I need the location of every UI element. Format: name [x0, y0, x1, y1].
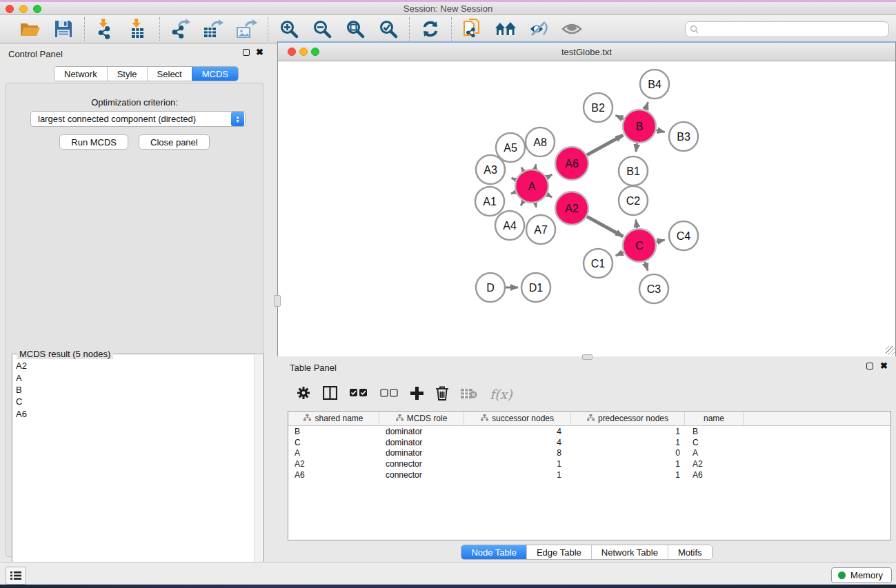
refresh-button[interactable]: [419, 19, 441, 39]
add-column-button[interactable]: [410, 387, 424, 403]
zoom-selected-button[interactable]: [377, 19, 399, 39]
column-header-MCDS-role[interactable]: MCDS role: [379, 412, 464, 425]
graph-node-C[interactable]: C: [623, 229, 656, 262]
graph-node-A6[interactable]: A6: [555, 147, 588, 180]
zoom-fit-button[interactable]: [344, 19, 366, 39]
graph-edge-A-A6[interactable]: [547, 174, 552, 177]
table-row[interactable]: A6connector11A6: [288, 469, 890, 480]
graph-node-A4[interactable]: A4: [495, 211, 524, 240]
column-header-successor-nodes[interactable]: successor nodes: [464, 412, 571, 425]
criterion-select[interactable]: largest connected component (directed) ▲…: [30, 111, 246, 127]
result-list-item[interactable]: B: [13, 384, 254, 396]
close-table-panel-icon[interactable]: ✖: [880, 363, 888, 369]
graph-node-C2[interactable]: C2: [619, 186, 648, 215]
task-history-button[interactable]: [6, 567, 26, 585]
network-canvas[interactable]: B4B2BB3A8A5A6A3B1AC2A1A2A4A7C4CC1DD1C3: [278, 61, 895, 356]
graph-node-B[interactable]: B: [623, 110, 656, 143]
graph-edge-A-A1[interactable]: [511, 192, 515, 193]
graph-node-A1[interactable]: A1: [475, 187, 504, 216]
export-network-button[interactable]: [170, 19, 192, 39]
table-row[interactable]: Bdominator41B: [288, 426, 890, 437]
deselect-all-button[interactable]: [380, 388, 398, 401]
result-list-item[interactable]: C: [13, 396, 254, 407]
table-row[interactable]: Cdominator41C: [288, 437, 890, 448]
graph-node-C3[interactable]: C3: [639, 274, 668, 303]
graph-edge-A-A3[interactable]: [512, 178, 516, 179]
close-panel-icon[interactable]: ✖: [256, 49, 263, 56]
open-file-button[interactable]: [19, 19, 41, 39]
graph-edge-A-A2[interactable]: [547, 194, 552, 197]
graph-node-A[interactable]: A: [515, 170, 548, 203]
tab-style[interactable]: Style: [107, 67, 147, 81]
graph-node-D1[interactable]: D1: [521, 273, 550, 302]
column-header-name[interactable]: name: [685, 412, 744, 425]
result-scrollbar[interactable]: [254, 355, 262, 588]
column-header-predecessor-nodes[interactable]: predecessor nodes: [571, 412, 685, 425]
tab-mcds[interactable]: MCDS: [192, 67, 238, 81]
tab-motifs[interactable]: Motifs: [668, 545, 712, 559]
graph-node-A3[interactable]: A3: [476, 155, 505, 184]
graph-edge-A-A5[interactable]: [521, 168, 524, 171]
memory-button[interactable]: Memory: [831, 567, 892, 583]
table-row[interactable]: A2connector11A2: [288, 458, 890, 469]
float-panel-icon[interactable]: [243, 49, 250, 56]
graph-edge-B-B1[interactable]: [636, 143, 637, 152]
graph-node-C1[interactable]: C1: [584, 249, 613, 278]
graph-edge-B-B2[interactable]: [616, 115, 624, 119]
delete-column-button[interactable]: [436, 386, 448, 403]
graph-node-B3[interactable]: B3: [669, 122, 698, 151]
graph-edge-B-B4[interactable]: [645, 102, 648, 110]
graph-edge-C-C3[interactable]: [645, 262, 648, 271]
graph-edge-A-A7[interactable]: [535, 203, 536, 207]
tab-node-table[interactable]: Node Table: [461, 545, 526, 559]
column-header-shared-name[interactable]: shared name: [288, 412, 379, 425]
result-list-item[interactable]: A2: [13, 360, 254, 372]
column-selector-button[interactable]: [323, 386, 337, 403]
show-eye-button[interactable]: [561, 19, 583, 39]
graph-edge-A6-B[interactable]: [587, 135, 623, 155]
graph-edge-C-C1[interactable]: [616, 252, 624, 256]
float-table-panel-icon[interactable]: [866, 363, 873, 369]
horizontal-splitter-handle[interactable]: [582, 354, 593, 360]
graph-edge-A2-C[interactable]: [587, 216, 623, 236]
cybrowser-button[interactable]: [495, 19, 517, 39]
select-all-button[interactable]: [350, 388, 368, 401]
tab-select[interactable]: Select: [147, 67, 192, 81]
graph-node-B2[interactable]: B2: [584, 93, 613, 122]
tab-edge-table[interactable]: Edge Table: [526, 545, 591, 559]
import-network-button[interactable]: [94, 19, 117, 39]
vertical-splitter-handle[interactable]: [274, 295, 281, 307]
graph-edge-C-C2[interactable]: [636, 220, 637, 229]
graph-node-D[interactable]: D: [476, 273, 505, 302]
zoom-in-button[interactable]: [278, 19, 300, 39]
hide-details-button[interactable]: [528, 19, 550, 39]
window-resize-grip[interactable]: [886, 346, 895, 355]
graph-edge-A-A8[interactable]: [535, 164, 536, 169]
graph-node-B1[interactable]: B1: [619, 156, 648, 185]
graph-node-A5[interactable]: A5: [496, 133, 525, 162]
search-input[interactable]: [699, 23, 888, 36]
graph-edge-C-C4[interactable]: [656, 240, 664, 242]
zoom-out-button[interactable]: [311, 19, 333, 39]
search-box[interactable]: [685, 21, 889, 37]
tab-network[interactable]: Network: [54, 67, 107, 81]
result-list-item[interactable]: A: [13, 372, 254, 383]
graph-node-B4[interactable]: B4: [640, 70, 669, 99]
import-table-button[interactable]: [128, 19, 150, 39]
graph-node-A2[interactable]: A2: [555, 192, 588, 225]
graph-edge-A-A4[interactable]: [521, 201, 524, 205]
run-mcds-button[interactable]: Run MCDS: [59, 134, 128, 150]
gear-button[interactable]: [297, 386, 310, 403]
export-table-button[interactable]: [203, 19, 225, 39]
table-row[interactable]: Adominator80A: [288, 447, 890, 458]
graph-edge-B-B3[interactable]: [656, 130, 664, 132]
clone-network-button[interactable]: [461, 19, 484, 39]
graph-node-A7[interactable]: A7: [526, 215, 555, 244]
graph-node-C4[interactable]: C4: [669, 221, 698, 250]
graph-node-A8[interactable]: A8: [526, 128, 555, 156]
network-window-titlebar[interactable]: testGlobe.txt: [278, 43, 895, 61]
result-list-item[interactable]: A6: [13, 408, 254, 420]
close-panel-button[interactable]: Close panel: [139, 134, 210, 150]
tab-network-table[interactable]: Network Table: [591, 545, 668, 559]
export-image-button[interactable]: [236, 19, 258, 39]
